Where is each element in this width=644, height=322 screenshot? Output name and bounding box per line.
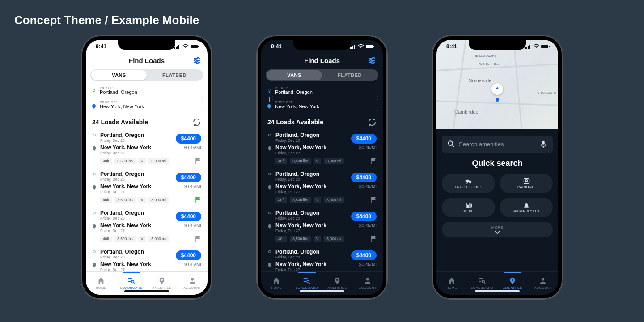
chip-length: 40ft: [275, 158, 287, 164]
dropoff-field[interactable]: DROP OFF New York, New York: [97, 99, 203, 111]
map-label: Somerville: [469, 78, 491, 83]
load-card[interactable]: Portland, Oregon Friday, Dec 20 New York…: [267, 168, 377, 207]
chip-weight: 8,500 lbs: [114, 197, 136, 203]
loads-count: 24 Loads Available: [92, 119, 148, 126]
tab-account[interactable]: ACCOUNT: [528, 272, 558, 295]
phone-dark: 9:41 Find Loads VANS FLATBED PICKUP: [257, 35, 387, 299]
pickup-field[interactable]: PICKUP Portland, Oregon: [272, 85, 378, 97]
sliders-icon: [192, 56, 201, 65]
tab-home[interactable]: HOME: [86, 272, 116, 295]
flag-icon: [370, 236, 377, 242]
flag-button[interactable]: [195, 236, 201, 242]
quick-truck-stops[interactable]: TRUCK STOPS: [442, 174, 495, 193]
svg-point-61: [542, 278, 544, 280]
load-card[interactable]: Portland, Oregon Friday, Dec 20 New York…: [267, 129, 377, 168]
svg-point-8: [197, 57, 199, 59]
parking-icon: [523, 178, 530, 185]
svg-rect-54: [467, 203, 469, 205]
quick-search-title: Quick search: [442, 159, 553, 168]
pickup-value: Portland, Oregon: [100, 89, 200, 95]
loads-list[interactable]: Portland, Oregon Friday, Dec 20 New York…: [86, 129, 208, 271]
pin-icon: [93, 146, 96, 151]
refresh-button[interactable]: [368, 118, 377, 127]
tab-home[interactable]: HOME: [261, 272, 292, 295]
load-card[interactable]: Portland, Oregon Friday, Dec 20 New York…: [267, 246, 377, 271]
tab-flatbed[interactable]: FLATBED: [322, 70, 377, 80]
price-pill[interactable]: $4400: [351, 250, 377, 260]
svg-line-46: [452, 145, 454, 147]
price-pill[interactable]: $4400: [176, 250, 201, 260]
to-city: New York, New York: [100, 144, 151, 151]
tab-home[interactable]: HOME: [436, 272, 467, 295]
filter-button[interactable]: [368, 56, 377, 65]
svg-rect-22: [354, 45, 355, 49]
refresh-button[interactable]: [192, 118, 201, 127]
quick-parking[interactable]: PARKING: [500, 174, 553, 193]
tab-vans[interactable]: VANS: [91, 70, 147, 80]
to-date: Friday, Dec 27: [275, 190, 326, 194]
from-date: Friday, Dec 20: [275, 138, 319, 143]
svg-rect-47: [542, 141, 544, 145]
svg-point-59: [482, 280, 484, 283]
load-card[interactable]: Portland, Oregon Friday, Dec 20 New York…: [91, 246, 202, 271]
arrow-up-icon: [495, 86, 500, 92]
search-input[interactable]: [459, 141, 536, 148]
tab-amenities-label: AMENITIES: [503, 286, 522, 290]
weigh-icon: [523, 202, 530, 209]
battery-icon: [366, 44, 375, 49]
tab-account[interactable]: ACCOUNT: [352, 272, 383, 295]
more-button[interactable]: MORE: [442, 222, 553, 237]
to-city: New York, New York: [100, 261, 151, 267]
price-pill[interactable]: $4400: [176, 173, 201, 182]
home-icon: [272, 277, 280, 285]
load-card[interactable]: Portland, Oregon Friday, Dec 20 New York…: [91, 129, 202, 168]
flag-button[interactable]: [370, 158, 377, 164]
flag-button[interactable]: [195, 158, 201, 164]
dropoff-field[interactable]: DROP OFF New York, New York: [272, 99, 378, 111]
flag-button[interactable]: [370, 236, 377, 242]
truck-icon: [465, 178, 472, 185]
home-indicator[interactable]: [300, 290, 344, 292]
dropoff-value: New York, New York: [100, 104, 200, 109]
rate: $0.45/MI: [359, 184, 377, 189]
current-location-dot: [496, 98, 499, 102]
price-pill[interactable]: $4400: [176, 212, 201, 221]
equipment-tabs: VANS FLATBED: [90, 69, 203, 81]
filter-button[interactable]: [192, 56, 201, 65]
home-indicator[interactable]: [475, 290, 520, 292]
tab-account[interactable]: ACCOUNT: [177, 272, 208, 295]
pickup-field[interactable]: PICKUP Portland, Oregon: [97, 85, 203, 97]
flag-button[interactable]: [195, 197, 201, 203]
tab-account-label: ACCOUNT: [183, 286, 201, 290]
price-pill[interactable]: $4400: [351, 134, 377, 144]
from-date: Friday, Dec 20: [100, 216, 144, 220]
load-card[interactable]: Portland, Oregon Friday, Dec 20 New York…: [91, 207, 202, 246]
load-card[interactable]: Portland, Oregon Friday, Dec 20 New York…: [267, 207, 377, 246]
price-pill[interactable]: $4400: [351, 173, 377, 182]
map[interactable]: BALL SQUARE WINTER HILL Somerville Cambr…: [436, 40, 558, 129]
svg-rect-41: [529, 45, 530, 49]
price-pill[interactable]: $4400: [351, 212, 377, 221]
load-card[interactable]: Portland, Oregon Friday, Dec 20 New York…: [91, 168, 202, 207]
search-field[interactable]: [442, 136, 553, 153]
chip-length: 40ft: [100, 236, 112, 242]
from-date: Friday, Dec 20: [275, 216, 319, 220]
svg-point-37: [366, 278, 369, 280]
to-city: New York, New York: [275, 144, 326, 151]
quick-fuel[interactable]: FUEL: [442, 198, 495, 217]
recenter-button[interactable]: [491, 83, 503, 95]
home-indicator[interactable]: [124, 290, 169, 292]
svg-rect-5: [191, 45, 198, 48]
rate: $0.45/MI: [184, 223, 201, 228]
tab-vans[interactable]: VANS: [267, 70, 322, 80]
price-pill[interactable]: $4400: [176, 134, 201, 144]
map-label: WINTER HILL: [479, 62, 499, 65]
tab-flatbed[interactable]: FLATBED: [147, 70, 202, 80]
flag-button[interactable]: [370, 197, 377, 203]
svg-rect-21: [352, 46, 353, 49]
from-date: Friday, Dec 20: [100, 255, 144, 259]
mic-icon[interactable]: [539, 140, 547, 148]
quick-weigh[interactable]: WEIGH SCALE: [500, 198, 553, 217]
screen-header: Find Loads: [261, 53, 383, 68]
loads-list[interactable]: Portland, Oregon Friday, Dec 20 New York…: [261, 129, 383, 271]
